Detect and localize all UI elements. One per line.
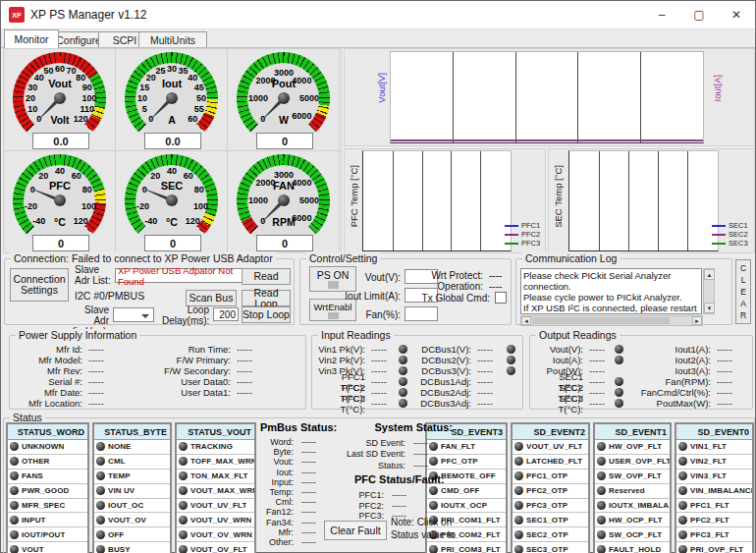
status-item[interactable]: TON_MAX_FLT — [177, 470, 254, 484]
status-kv-row[interactable]: Status:----- — [335, 460, 455, 471]
comm-log-text[interactable]: Please check PICkit Serial Analyzer conn… — [520, 268, 702, 314]
status-item[interactable]: IOUTX_IMBALA.. — [595, 499, 670, 514]
status-item[interactable]: VOUT_MAX_WRN — [177, 484, 254, 499]
status-item[interactable]: PFC1_FLT — [676, 499, 752, 514]
loop-delay-input[interactable]: 200 — [213, 307, 239, 321]
status-item[interactable]: PFC2_OTP — [513, 484, 588, 499]
log-hscrollbar[interactable]: ◄ ► — [520, 315, 703, 326]
status-item[interactable]: PFC3_OTP — [513, 499, 588, 514]
status-item[interactable]: BUSY — [94, 542, 170, 553]
slave-adr-list-label: Slave Adr List: — [75, 264, 111, 286]
status-item[interactable]: VOUT_OV_FLT — [177, 542, 254, 553]
status-item[interactable]: OTHER — [8, 455, 87, 470]
status-kv-row[interactable]: Word:----- — [260, 437, 339, 447]
status-item[interactable]: VOUT_OV_WRN — [177, 527, 254, 542]
clear-fault-button[interactable]: Clear Fault — [324, 521, 387, 540]
status-item[interactable]: SEC2_OTP — [513, 527, 588, 542]
scroll-down-icon[interactable]: ▼ — [704, 303, 715, 313]
status-item[interactable]: NONE — [94, 440, 170, 455]
clear-log-button[interactable]: CLEAR — [735, 259, 751, 324]
read-button[interactable]: Read — [242, 268, 291, 285]
status-item[interactable]: FAULT_HOLD — [595, 542, 670, 553]
status-kv-row[interactable]: PFC1:----- — [351, 490, 449, 501]
status-item[interactable]: USER_OVP_FLT — [595, 455, 670, 470]
status-item[interactable]: LATCHED_FLT — [513, 455, 588, 470]
reading-label: Run Time: — [137, 344, 231, 355]
status-item-label: VIN3_FLT — [690, 471, 727, 480]
status-item[interactable]: VIN3_FLT — [676, 470, 752, 484]
status-item[interactable]: SW_OVP_FLT — [595, 470, 670, 484]
status-item-label: USER_OVP_FLT — [609, 457, 670, 466]
status-item[interactable]: MFR_SPEC — [8, 499, 87, 514]
status-kv-row[interactable]: Fan12:----- — [260, 507, 339, 517]
minimize-icon[interactable]: – — [643, 1, 680, 28]
status-item[interactable]: SEC3_OTP — [513, 542, 588, 553]
status-item[interactable]: VOUT — [8, 542, 87, 553]
reading-row: Mfr Location:----- — [14, 398, 151, 409]
reading-led-icon — [507, 356, 515, 364]
gauge-hub — [54, 194, 66, 206]
status-item[interactable]: Reserved — [595, 484, 670, 499]
status-item[interactable]: PRI_COM3_FLT — [427, 542, 506, 553]
status-item[interactable]: VIN UV — [94, 484, 170, 499]
gauge-unit-label: °C — [54, 216, 66, 228]
status-item[interactable]: VOUT_OV — [94, 513, 170, 527]
status-item[interactable]: VOUT_UV_WRN — [177, 513, 254, 527]
status-item[interactable]: OFF — [94, 527, 170, 542]
status-kv-row[interactable]: Vout:----- — [260, 457, 339, 467]
reading-label: Iout1(A): — [630, 344, 711, 355]
status-kv-row[interactable]: Last SD Event:----- — [335, 449, 455, 461]
status-item[interactable]: TRACKING — [177, 440, 254, 455]
status-item[interactable]: TOFF_MAX_WRN — [177, 455, 254, 470]
status-item[interactable]: PRI_OVP_FLT — [676, 542, 752, 553]
tab-multiunits[interactable]: MultiUnits — [138, 31, 207, 47]
status-kv-value: ----- — [301, 457, 316, 467]
status-item[interactable]: CML — [94, 455, 170, 470]
status-kv-row[interactable]: Byte:----- — [260, 447, 339, 457]
status-item[interactable]: PFC1_OTP — [513, 470, 588, 484]
status-kv-row[interactable]: Iout:----- — [260, 468, 339, 477]
status-item[interactable]: IOUT_OC — [94, 499, 170, 514]
status-item-label: PRI_COM3_FLT — [441, 545, 501, 553]
stop-loop-button[interactable]: Stop Loop — [242, 306, 291, 323]
status-item[interactable]: VIN2_FLT — [676, 455, 752, 470]
scroll-up-icon[interactable]: ▲ — [704, 269, 715, 280]
status-kv-row[interactable]: Cml:----- — [260, 497, 339, 507]
status-item[interactable]: PFC3_FLT — [676, 527, 752, 542]
status-item[interactable]: VOUT_UV_FLT — [177, 499, 254, 514]
status-item[interactable]: SW_OCP_FLT — [595, 527, 670, 542]
status-item[interactable]: VIN_IMBALANCE — [676, 484, 752, 499]
tx-global-checkbox[interactable] — [495, 292, 507, 304]
connection-settings-button[interactable]: Connection Settings — [10, 268, 69, 302]
read-loop-button[interactable]: Read Loop — [242, 290, 291, 306]
status-item[interactable]: TEMP — [94, 470, 170, 484]
status-item[interactable]: FANS — [8, 470, 87, 484]
close-icon[interactable]: ✕ — [718, 1, 755, 28]
slave-adr-select[interactable] — [113, 307, 154, 322]
status-item[interactable]: UNKNOWN — [8, 440, 87, 455]
maximize-icon[interactable]: ▢ — [680, 1, 718, 28]
status-item[interactable]: HW_OCP_FLT — [595, 513, 670, 527]
title-bar[interactable]: XP XP PS Manager v1.12 – ▢ ✕ — [1, 1, 755, 29]
status-item[interactable]: IOUT/POUT — [8, 527, 87, 542]
status-kv-row[interactable]: SD Event:----- — [335, 437, 455, 449]
scroll-right-icon[interactable]: ► — [692, 316, 702, 325]
status-kv-row[interactable]: PFC2:----- — [351, 501, 449, 512]
tab-monitor[interactable]: Monitor — [4, 29, 59, 48]
status-item[interactable]: VOUT_UV_FLT — [513, 440, 588, 455]
fan-set-input[interactable] — [405, 306, 438, 321]
status-kv-row[interactable]: Temp:----- — [260, 487, 339, 497]
status-item[interactable]: HW_OVP_FLT — [595, 440, 670, 455]
scroll-left-icon[interactable]: ◄ — [521, 316, 531, 325]
status-kv-row[interactable]: Input:----- — [260, 477, 339, 487]
adaptor-status-field[interactable]: XP Power USB Adpator Not Found — [115, 268, 258, 283]
status-item[interactable]: PWR_GOOD — [8, 484, 87, 499]
status-item[interactable]: PFC2_FLT — [676, 513, 752, 527]
gauge-title: Pout — [272, 78, 296, 89]
status-item[interactable]: SEC1_OTP — [513, 513, 588, 527]
status-item[interactable]: VIN1_FLT — [676, 440, 752, 455]
log-vscrollbar[interactable]: ▲ ▼ — [703, 268, 715, 314]
scroll-thumb[interactable] — [532, 317, 670, 324]
reading-value: ----- — [237, 344, 276, 355]
status-item[interactable]: INPUT — [8, 513, 87, 527]
